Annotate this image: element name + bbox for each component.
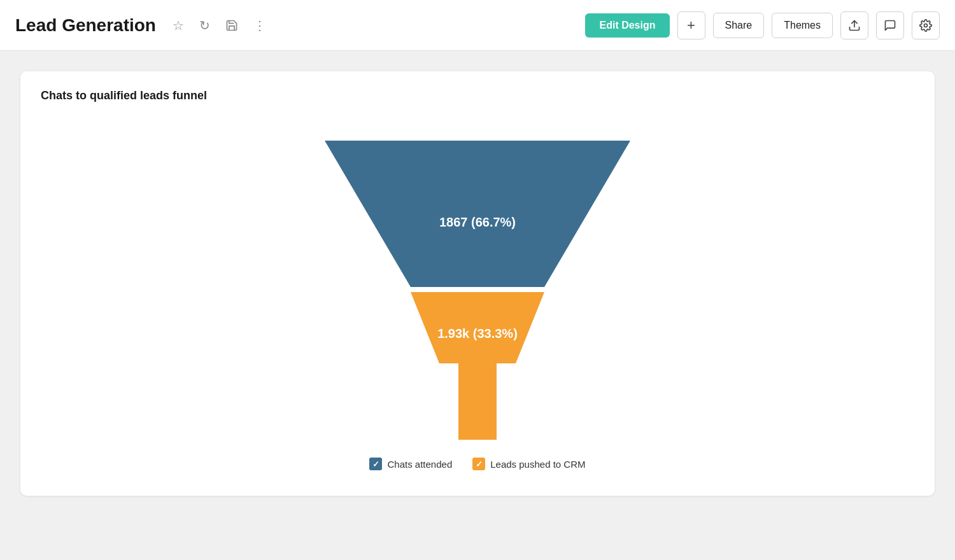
header: Lead Generation ☆ ↻ ⋮ Edit Design + Shar… (0, 0, 955, 51)
svg-point-1 (924, 24, 928, 27)
legend-checkbox-orange: ✓ (472, 458, 485, 470)
share-button[interactable]: Share (713, 13, 765, 38)
add-button[interactable]: + (677, 11, 705, 39)
export-icon (848, 19, 861, 32)
chart-area: 1867 (66.7%) 1.93k (33.3%) ✓ Chats atten… (41, 118, 914, 475)
themes-button[interactable]: Themes (772, 13, 833, 38)
chart-legend: ✓ Chats attended ✓ Leads pushed to CRM (369, 458, 585, 470)
legend-label-chats: Chats attended (387, 459, 452, 470)
legend-item-chats: ✓ Chats attended (369, 458, 452, 470)
edit-design-button[interactable]: Edit Design (585, 13, 669, 38)
legend-item-leads: ✓ Leads pushed to CRM (472, 458, 585, 470)
funnel-card: Chats to qualified leads funnel 1867 (66… (20, 71, 935, 496)
gear-icon (919, 19, 932, 32)
settings-button[interactable] (912, 11, 940, 39)
main-content: Chats to qualified leads funnel 1867 (66… (0, 51, 955, 560)
funnel-chart: 1867 (66.7%) 1.93k (33.3%) (299, 128, 656, 446)
refresh-button[interactable]: ↻ (195, 15, 214, 36)
funnel-bottom-segment (411, 292, 544, 440)
comment-icon (884, 19, 896, 32)
legend-label-leads: Leads pushed to CRM (490, 459, 585, 470)
funnel-top-segment (325, 141, 630, 287)
plus-icon: + (687, 17, 695, 34)
page-title: Lead Generation (15, 15, 156, 36)
legend-checkbox-blue: ✓ (369, 458, 382, 470)
funnel-container: 1867 (66.7%) 1.93k (33.3%) ✓ Chats atten… (299, 128, 656, 470)
save-button[interactable] (222, 17, 242, 34)
more-options-button[interactable]: ⋮ (250, 15, 270, 36)
card-title: Chats to qualified leads funnel (41, 89, 914, 102)
checkmark-orange: ✓ (476, 459, 483, 469)
favorite-button[interactable]: ☆ (169, 15, 188, 36)
funnel-bottom-label: 1.93k (33.3%) (437, 326, 518, 340)
export-button[interactable] (840, 11, 868, 39)
checkmark-blue: ✓ (372, 459, 379, 469)
comments-button[interactable] (876, 11, 904, 39)
funnel-top-label: 1867 (66.7%) (439, 215, 516, 229)
